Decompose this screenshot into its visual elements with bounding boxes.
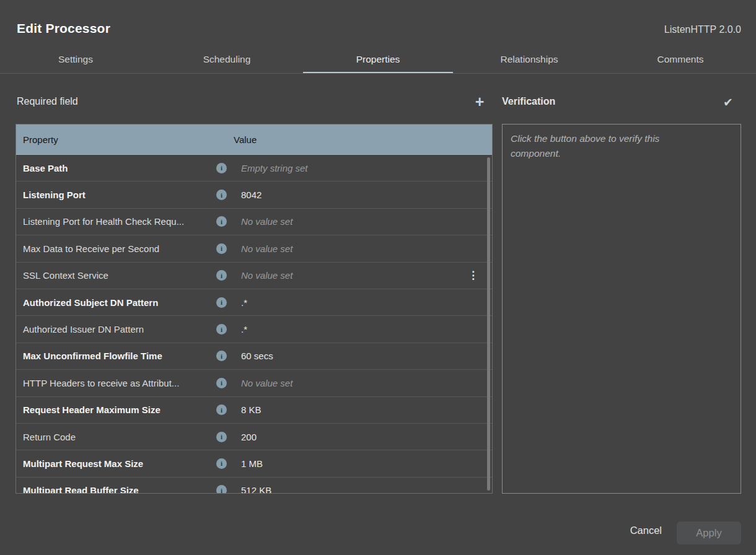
info-cell: i: [216, 485, 234, 494]
property-name: Authorized Subject DN Pattern: [23, 297, 216, 308]
tab-scheduling[interactable]: Scheduling: [151, 46, 302, 73]
property-row[interactable]: Authorized Issuer DN Patterni.*: [16, 316, 492, 343]
property-name: Listening Port for Health Check Requ...: [23, 216, 216, 227]
dialog-header: Edit Processor ListenHTTP 2.0.0 Settings…: [0, 0, 756, 74]
property-value[interactable]: Empty string set: [234, 163, 492, 173]
property-row[interactable]: Authorized Subject DN Patterni.*: [16, 289, 492, 316]
info-cell: i: [216, 243, 234, 254]
tab-comments[interactable]: Comments: [605, 46, 756, 73]
property-value[interactable]: No value set: [234, 243, 492, 254]
tab-bar: Settings Scheduling Properties Relations…: [0, 46, 756, 73]
tab-relationships[interactable]: Relationships: [454, 46, 605, 73]
property-row[interactable]: Listening Port for Health Check Requ...i…: [16, 209, 492, 235]
property-row[interactable]: Listening Porti8042: [16, 181, 492, 208]
edit-processor-dialog: Edit Processor ListenHTTP 2.0.0 Settings…: [0, 0, 756, 555]
required-field-label: Required field: [17, 96, 78, 107]
tab-properties[interactable]: Properties: [302, 46, 454, 73]
check-icon: ✔: [723, 95, 733, 110]
properties-table: Property Value Base PathiEmpty string se…: [15, 124, 493, 494]
info-icon[interactable]: i: [216, 216, 227, 227]
property-name: Max Data to Receive per Second: [23, 243, 216, 254]
info-icon[interactable]: i: [216, 458, 227, 469]
property-value[interactable]: 60 secs: [234, 351, 492, 361]
property-value[interactable]: 200: [234, 432, 492, 442]
property-name: Authorized Issuer DN Pattern: [23, 324, 216, 334]
info-icon[interactable]: i: [216, 243, 227, 254]
info-cell: i: [216, 378, 234, 388]
table-scrollbar[interactable]: [487, 157, 490, 491]
column-header-property: Property: [23, 134, 234, 145]
tab-settings[interactable]: Settings: [0, 46, 151, 73]
property-value[interactable]: .*: [234, 297, 492, 308]
property-name: Max Unconfirmed Flowfile Time: [23, 351, 216, 361]
info-cell: i: [216, 297, 234, 308]
info-icon[interactable]: i: [216, 163, 227, 173]
verification-label: Verification: [502, 96, 555, 107]
property-row[interactable]: SSL Context ServiceiNo value set⋮: [16, 263, 492, 289]
info-cell: i: [216, 324, 234, 334]
info-icon[interactable]: i: [216, 270, 227, 281]
property-row[interactable]: HTTP Headers to receive as Attribut...iN…: [16, 370, 492, 396]
column-header-value: Value: [234, 134, 492, 145]
table-body: Base PathiEmpty string setListening Port…: [16, 155, 492, 494]
info-icon[interactable]: i: [216, 404, 227, 415]
property-value[interactable]: No value set: [234, 216, 492, 227]
verify-properties-button[interactable]: ✔: [719, 93, 737, 111]
property-row[interactable]: Multipart Read Buffer Sizei512 KB: [16, 478, 492, 494]
property-value[interactable]: 8 KB: [234, 404, 492, 415]
info-cell: i: [216, 270, 234, 281]
info-cell: i: [216, 163, 234, 173]
plus-icon: +: [475, 93, 485, 111]
property-value[interactable]: .*: [234, 324, 492, 334]
property-name: SSL Context Service: [23, 270, 216, 281]
property-name: Request Header Maximum Size: [23, 404, 216, 415]
info-icon[interactable]: i: [216, 351, 227, 361]
property-row[interactable]: Return Codei200: [16, 424, 492, 450]
info-cell: i: [216, 458, 234, 469]
cancel-button[interactable]: Cancel: [630, 525, 662, 536]
info-cell: i: [216, 404, 234, 415]
info-cell: i: [216, 216, 234, 227]
property-row[interactable]: Request Header Maximum Sizei8 KB: [16, 397, 492, 424]
property-name: Multipart Read Buffer Size: [23, 485, 216, 494]
info-icon[interactable]: i: [216, 485, 227, 494]
property-row[interactable]: Base PathiEmpty string set: [16, 155, 492, 181]
property-name: Base Path: [23, 163, 216, 173]
info-cell: i: [216, 432, 234, 442]
info-cell: i: [216, 190, 234, 200]
info-icon[interactable]: i: [216, 378, 227, 388]
property-name: HTTP Headers to receive as Attribut...: [23, 378, 216, 388]
info-icon[interactable]: i: [216, 297, 227, 308]
property-row[interactable]: Max Unconfirmed Flowfile Timei60 secs: [16, 343, 492, 370]
add-property-button[interactable]: +: [470, 92, 489, 111]
processor-version: ListenHTTP 2.0.0: [664, 24, 741, 35]
property-name: Listening Port: [23, 190, 216, 200]
property-value[interactable]: No value set: [234, 270, 468, 281]
verification-results-panel: Click the button above to verify this co…: [502, 124, 741, 494]
info-icon[interactable]: i: [216, 190, 227, 200]
info-cell: i: [216, 351, 234, 361]
info-icon[interactable]: i: [216, 324, 227, 334]
property-row[interactable]: Max Data to Receive per SecondiNo value …: [16, 235, 492, 262]
property-value[interactable]: No value set: [234, 378, 492, 388]
property-row[interactable]: Multipart Request Max Sizei1 MB: [16, 450, 492, 477]
property-value[interactable]: 512 KB: [234, 485, 492, 494]
dialog-title: Edit Processor: [17, 21, 110, 36]
apply-button[interactable]: Apply: [677, 522, 741, 544]
property-name: Multipart Request Max Size: [23, 458, 216, 469]
info-icon[interactable]: i: [216, 432, 227, 442]
row-kebab-menu-icon[interactable]: ⋮: [468, 270, 478, 281]
property-value[interactable]: 8042: [234, 190, 492, 200]
table-header-row: Property Value: [16, 125, 492, 155]
property-value[interactable]: 1 MB: [234, 458, 492, 469]
verification-message: Click the button above to verify this co…: [511, 131, 703, 161]
property-name: Return Code: [23, 432, 216, 442]
